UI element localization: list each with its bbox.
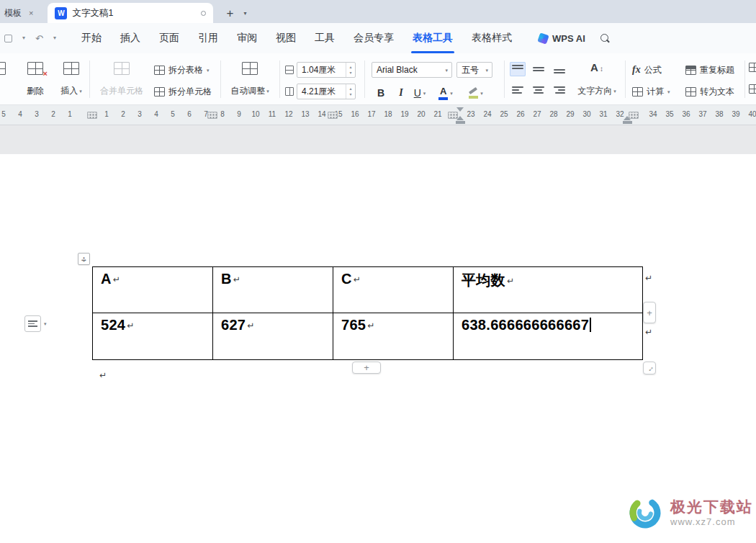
ruler-number: 23 [467, 111, 474, 118]
right-indent-marker[interactable] [624, 116, 631, 120]
ruler-number: 17 [367, 111, 375, 118]
clipped-ribbon-button[interactable] [749, 63, 756, 74]
font-size-select[interactable]: 五号 ▾ [456, 62, 492, 78]
first-line-indent-marker[interactable] [456, 107, 464, 112]
split-table-icon [154, 66, 165, 75]
menu-table-style[interactable]: 表格样式 [462, 23, 521, 53]
calculate-button[interactable]: 计算 ▾ [632, 84, 670, 99]
italic-button[interactable]: I [393, 85, 409, 101]
align-center-button[interactable] [531, 84, 546, 98]
clipped-ribbon-button[interactable] [0, 62, 7, 94]
hanging-indent-marker[interactable] [456, 116, 464, 120]
spinner-arrows-icon[interactable]: ▴▾ [346, 63, 355, 77]
menu-view[interactable]: 视图 [266, 23, 305, 53]
repeat-header-button[interactable]: 重复标题 [685, 63, 734, 77]
ruler-number: 29 [566, 111, 574, 118]
menu-insert[interactable]: 插入 [111, 23, 150, 53]
formula-button[interactable]: fx 公式 [632, 63, 662, 77]
close-icon[interactable]: × [29, 9, 33, 17]
font-name-select[interactable]: Arial Black ▾ [372, 62, 452, 78]
underline-button[interactable]: U ▾ [412, 85, 428, 101]
align-middle-button[interactable] [531, 62, 546, 76]
table-cell[interactable]: 765↵ [333, 313, 454, 360]
calculate-icon [632, 87, 643, 97]
search-icon[interactable] [600, 33, 611, 44]
ruler-number: 6 [187, 111, 192, 118]
align-right-button[interactable] [552, 84, 567, 98]
document-page[interactable]: ↔ ↕ A↵ B↵ C↵ 平均数↵ 524↵ 627↵ 765↵ 638.666… [0, 154, 756, 543]
ribbon-separator [364, 60, 365, 98]
merge-cells-button[interactable]: 合并单元格 [94, 58, 150, 100]
row-height-input[interactable]: 1.04厘米 ▴▾ [297, 62, 356, 78]
table-cell[interactable]: B↵ [213, 267, 333, 313]
align-left-button[interactable] [510, 84, 526, 98]
menu-page[interactable]: 页面 [150, 23, 189, 53]
menu-member[interactable]: 会员专享 [344, 23, 403, 53]
ruler-number: 38 [715, 111, 723, 118]
table-cell[interactable]: 627↵ [213, 313, 333, 360]
highlight-color-button[interactable]: ▾ [468, 85, 484, 101]
font-color-swatch [438, 97, 448, 100]
horizontal-ruler[interactable]: 5432112345678910111213141516171819202123… [0, 105, 756, 125]
spinner-arrows-icon[interactable]: ▴▾ [346, 84, 355, 99]
undo-icon[interactable]: ↶ [35, 34, 43, 43]
insert-button[interactable]: 插入▾ [55, 58, 88, 100]
add-row-button[interactable]: + [352, 362, 381, 374]
table-cell[interactable]: 平均数↵ [454, 267, 643, 313]
ruler-number: 20 [417, 111, 425, 118]
table-icon [0, 62, 6, 75]
fx-icon: fx [632, 65, 641, 75]
ruler-number: 25 [500, 111, 508, 118]
add-column-button[interactable]: + [643, 302, 656, 323]
table-column-marker[interactable] [328, 112, 338, 119]
menu-tools[interactable]: 工具 [305, 23, 344, 53]
left-indent-marker[interactable] [456, 121, 465, 124]
delete-button[interactable]: × 删除 [19, 58, 52, 100]
paragraph-mark: ↵ [113, 274, 120, 284]
ruler-number: 14 [318, 111, 325, 118]
table-column-marker[interactable] [87, 112, 97, 119]
table-cell[interactable]: A↵ [93, 267, 213, 313]
table-move-handle[interactable]: ↔ ↕ [78, 253, 90, 265]
layout-options-widget[interactable]: ▾ [24, 315, 47, 332]
tab-templates[interactable]: 模板 × [0, 3, 42, 23]
table-cell[interactable]: C↵ [333, 267, 454, 313]
table-cell[interactable]: 524↵ [93, 313, 213, 360]
file-menu-icon[interactable] [4, 35, 12, 42]
font-color-button[interactable]: A ▾ [438, 85, 454, 101]
ruler-numbers: 5432112345678910111213141516171819202123… [0, 105, 756, 125]
wps-ai-button[interactable]: WPS AI [539, 33, 585, 44]
text-cursor [590, 318, 591, 332]
chevron-down-icon: ▾ [480, 91, 483, 96]
quick-chevron-icon[interactable]: ▾ [22, 35, 25, 41]
align-bottom-button[interactable] [552, 62, 567, 76]
watermark-site-url: www.xz7.com [670, 516, 753, 527]
tab-document[interactable]: W 文字文稿1 [48, 3, 213, 23]
column-width-input[interactable]: 4.21厘米 ▴▾ [297, 84, 356, 99]
table-cell[interactable]: 638.666666666667 [454, 313, 643, 360]
split-cells-button[interactable]: 拆分单元格 [154, 84, 212, 99]
menu-table-tools[interactable]: 表格工具 [403, 23, 462, 53]
text-direction-button[interactable]: A↕ 文字方向▾ [574, 58, 620, 100]
new-tab-button[interactable]: + [226, 7, 233, 19]
menu-home[interactable]: 开始 [72, 23, 111, 53]
menu-review[interactable]: 审阅 [228, 23, 266, 53]
convert-to-text-button[interactable]: 转为文本 [685, 84, 734, 99]
wps-ai-label: WPS AI [552, 33, 585, 44]
autofit-button[interactable]: 自动调整▾ [226, 58, 274, 100]
table-column-marker[interactable] [207, 112, 217, 119]
table-resize-handle[interactable]: ↔ [643, 362, 656, 374]
redo-chevron-icon[interactable]: ▾ [53, 35, 56, 41]
paragraph-mark: ↵ [247, 320, 254, 331]
ruler-number: 26 [516, 111, 524, 118]
bold-button[interactable]: B [373, 85, 389, 101]
tab-list-chevron-icon[interactable]: ▾ [243, 11, 246, 17]
writer-doc-icon: W [55, 7, 67, 19]
split-table-button[interactable]: 拆分表格 ▾ [154, 63, 210, 77]
ruler-number: 35 [665, 111, 673, 118]
align-top-button[interactable] [510, 62, 526, 76]
menu-reference[interactable]: 引用 [189, 23, 228, 53]
clipped-ribbon-button[interactable] [749, 84, 756, 96]
right-indent-marker-base[interactable] [623, 121, 632, 124]
ruler-number: 4 [154, 111, 158, 118]
